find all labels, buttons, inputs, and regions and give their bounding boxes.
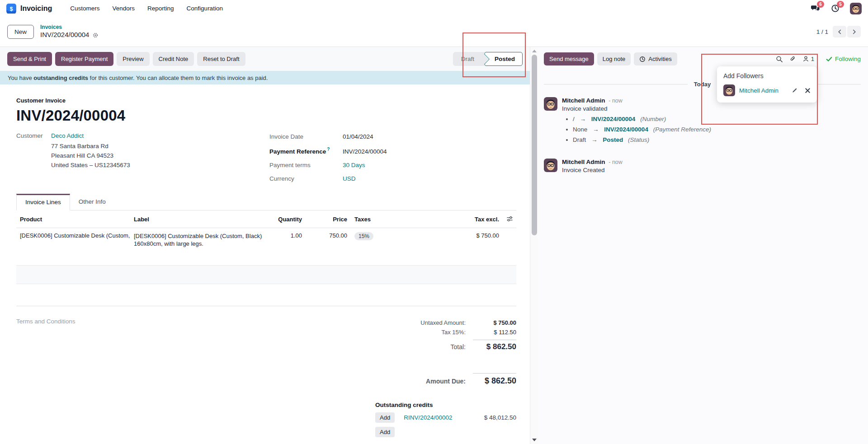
empty-line-row[interactable] (16, 265, 516, 284)
follower-name-link[interactable]: Mitchell Admin (739, 87, 778, 94)
address-line: United States – US12345673 (51, 160, 269, 170)
following-toggle[interactable]: Following (826, 56, 861, 62)
message-body: Invoice Created (562, 167, 623, 173)
add-credit-button[interactable]: Add (375, 412, 395, 423)
alert-text-post: for this customer. You can allocate them… (88, 75, 268, 81)
invoice-lines-table: Product Label Quantity Price Taxes Tax e… (16, 211, 516, 284)
menu-reporting[interactable]: Reporting (141, 5, 180, 12)
status-posted[interactable]: Posted (484, 52, 523, 66)
notebook-tabs: Invoice Lines Other Info (16, 193, 516, 210)
tracking-new-value[interactable]: INV/2024/00004 (604, 126, 648, 133)
control-panel: New Invoices INV/2024/00004 1 / 1 (0, 17, 868, 47)
line-label-cell[interactable]: [DESK0006] Customizable Desk (Custom, Bl… (130, 228, 266, 265)
send-print-button[interactable]: Send & Print (7, 52, 52, 66)
add-credit-button[interactable]: Add (375, 427, 395, 437)
message-time: - now (609, 159, 623, 165)
payment-reference-value[interactable]: INV/2024/00004 (343, 148, 387, 155)
svg-text:$: $ (10, 5, 13, 12)
payment-reference-label-text: Payment Reference (269, 148, 326, 155)
activities-button[interactable]: Activities (634, 52, 677, 65)
scrollbar-down-arrow[interactable] (532, 439, 537, 441)
add-followers-title[interactable]: Add Followers (723, 72, 811, 79)
invoice-date-value[interactable]: 01/04/2024 (343, 133, 373, 140)
form-scrollbar (530, 47, 538, 444)
tracking-number-change: / → INV/2024/00004 (Number) (573, 116, 711, 122)
amount-due-value: $ 862.50 (473, 373, 516, 386)
status-bar: Draft Posted (453, 52, 523, 66)
tab-invoice-lines[interactable]: Invoice Lines (16, 194, 70, 210)
messages-menu[interactable]: 6 (810, 4, 820, 14)
col-price: Price (306, 211, 351, 228)
edit-follower-pencil-icon[interactable] (792, 87, 798, 93)
tax-badge: 15% (354, 232, 373, 240)
tracking-field-name: (Number) (640, 116, 666, 122)
address-line: 77 Santa Barbara Rd (51, 141, 269, 151)
line-price-cell[interactable]: 750.00 (306, 228, 351, 265)
preview-button[interactable]: Preview (117, 52, 149, 66)
breadcrumb: Invoices INV/2024/00004 (40, 24, 99, 39)
alert-text-pre: You have (8, 75, 33, 81)
pager-next-button[interactable] (847, 26, 861, 37)
line-subtotal-cell: $ 750.00 (441, 228, 503, 265)
col-product: Product (16, 211, 130, 228)
new-button[interactable]: New (7, 25, 34, 39)
pager-previous-button[interactable] (833, 26, 846, 37)
optional-columns-icon[interactable] (503, 211, 516, 228)
user-avatar[interactable] (850, 3, 862, 14)
line-taxes-cell[interactable]: 15% (351, 228, 441, 265)
breadcrumb-current-record: INV/2024/00004 (40, 31, 89, 39)
log-note-button[interactable]: Log note (597, 52, 631, 65)
payment-terms-value[interactable]: 30 Days (343, 162, 365, 168)
line-label-text: [DESK0006] Customizable Desk (Custom, Bl… (134, 232, 262, 240)
document-type-label: Customer Invoice (16, 97, 516, 104)
action-button-bar: Send & Print Register Payment Preview Cr… (0, 47, 530, 71)
send-message-button[interactable]: Send message (544, 52, 594, 65)
payment-terms-label: Payment terms (269, 162, 343, 168)
line-quantity-cell[interactable]: 1.00 (266, 228, 306, 265)
menu-configuration[interactable]: Configuration (180, 5, 229, 12)
attachments-icon[interactable] (789, 56, 796, 62)
tab-other-info[interactable]: Other Info (70, 194, 114, 210)
terms-and-conditions-placeholder[interactable]: Terms and Conditions (16, 318, 75, 387)
menu-customers[interactable]: Customers (64, 5, 106, 12)
breadcrumb-invoices-link[interactable]: Invoices (40, 24, 99, 31)
app-title[interactable]: Invoicing (20, 5, 52, 13)
message-author[interactable]: Mitchell Admin (562, 159, 605, 165)
totals-block: Untaxed Amount: $ 750.00 Tax 15%: $ 112.… (375, 318, 516, 387)
message-author[interactable]: Mitchell Admin (562, 97, 605, 104)
menu-vendors[interactable]: Vendors (106, 5, 142, 12)
customer-link[interactable]: Deco Addict (51, 132, 84, 139)
reset-to-draft-button[interactable]: Reset to Draft (197, 52, 245, 66)
help-tooltip-marker: ? (327, 147, 330, 152)
tax-value: $ 112.50 (473, 329, 516, 336)
scrollbar-thumb[interactable] (532, 55, 537, 235)
amount-due-label: Amount Due: (375, 378, 473, 385)
register-payment-button[interactable]: Register Payment (55, 52, 113, 66)
credit-note-button[interactable]: Credit Note (153, 52, 194, 66)
gear-icon[interactable] (92, 32, 99, 38)
activities-menu[interactable]: 5 (830, 4, 840, 14)
table-header-row: Product Label Quantity Price Taxes Tax e… (16, 211, 516, 228)
remove-follower-x-icon[interactable] (805, 88, 811, 93)
currency-label: Currency (269, 175, 343, 182)
credit-note-link[interactable]: RINV/2024/00002 (404, 414, 452, 421)
tracking-status-change: Draft → Posted (Status) (573, 136, 711, 143)
address-line: Pleasant Hill CA 94523 (51, 151, 269, 160)
follower-person-icon (802, 56, 809, 62)
invoice-sheet: Customer Invoice INV/2024/00004 Customer… (0, 84, 530, 444)
form-pane: Send & Print Register Payment Preview Cr… (0, 47, 530, 444)
line-description-text: 160x80cm, with large legs. (134, 240, 262, 248)
followers-button[interactable]: 1 (802, 56, 814, 62)
currency-value[interactable]: USD (343, 175, 356, 182)
today-label: Today (694, 81, 711, 88)
following-label: Following (835, 56, 861, 62)
tracking-new-value[interactable]: INV/2024/00004 (591, 116, 636, 122)
invoicing-app-icon[interactable]: $ (6, 4, 16, 14)
search-messages-icon[interactable] (776, 56, 783, 63)
line-product-link[interactable]: [DESK0006] Customizable Desk (Custom, (16, 228, 130, 265)
outstanding-credit-row: Add RINV/2024/00002 $ 48,012.50 (375, 412, 516, 423)
tracking-new-value[interactable]: Posted (603, 136, 623, 143)
col-taxes: Taxes (351, 211, 441, 228)
col-subtotal: Tax excl. (441, 211, 503, 228)
scrollbar-up-arrow[interactable] (532, 50, 537, 52)
